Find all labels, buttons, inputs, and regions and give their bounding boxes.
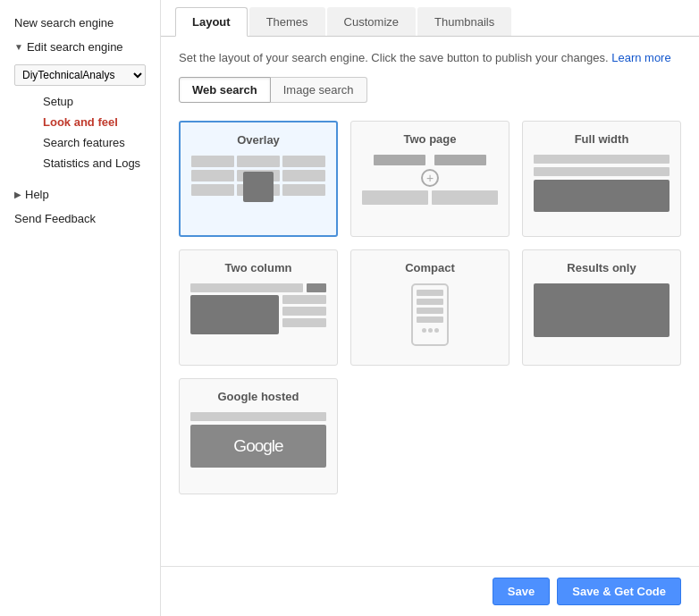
help-label: Help xyxy=(25,188,49,201)
layout-label-two-column: Two column xyxy=(225,261,292,274)
sidebar-edit-engine-header[interactable]: ▼ Edit search engine xyxy=(0,35,160,59)
layout-label-compact: Compact xyxy=(405,261,455,274)
tab-bar: Layout Themes Customize Thumbnails xyxy=(161,0,699,37)
layout-grid-row1: Overlay xyxy=(179,121,681,237)
learn-more-link[interactable]: Learn more xyxy=(611,51,670,64)
layout-label-two-page: Two page xyxy=(404,132,457,146)
tab-layout[interactable]: Layout xyxy=(175,7,248,37)
save-get-code-button[interactable]: Save & Get Code xyxy=(557,578,681,605)
sidebar-item-send-feedback[interactable]: Send Feedback xyxy=(0,207,160,231)
description-text: Set the layout of your search engine. Cl… xyxy=(179,51,681,64)
tab-themes[interactable]: Themes xyxy=(249,7,325,36)
layout-label-results-only: Results only xyxy=(567,261,636,274)
search-type-row: Web search Image search xyxy=(179,77,681,103)
tab-thumbnails[interactable]: Thumbnails xyxy=(417,7,511,36)
main-content: Layout Themes Customize Thumbnails Set t… xyxy=(161,0,699,616)
feedback-label: Send Feedback xyxy=(14,212,96,225)
sidebar-item-search-features[interactable]: Search features xyxy=(29,132,160,153)
compact-preview xyxy=(362,283,498,346)
googlehosted-preview: Google xyxy=(190,412,326,468)
footer: Save Save & Get Code xyxy=(161,566,699,616)
sidebar-sub-menu: Setup Look and feel Search features Stat… xyxy=(0,91,160,173)
layout-grid-row3: Google hosted Google xyxy=(179,378,681,494)
google-logo-text: Google xyxy=(233,436,282,456)
layout-label-full-width: Full width xyxy=(575,132,629,146)
chevron-right-icon: ▶ xyxy=(14,190,21,199)
sidebar-item-setup[interactable]: Setup xyxy=(29,91,160,112)
chevron-down-icon: ▼ xyxy=(14,42,23,52)
layout-grid-row2: Two column xyxy=(179,249,681,366)
engine-select[interactable]: DiyTechnicalAnalys xyxy=(14,64,146,86)
twopage-preview: + xyxy=(362,155,498,205)
layout-card-two-column[interactable]: Two column xyxy=(179,249,338,366)
sidebar-item-help[interactable]: ▶ Help xyxy=(0,182,160,207)
layout-card-two-page[interactable]: Two page + xyxy=(350,121,510,237)
sidebar-item-statistics-logs[interactable]: Statistics and Logs xyxy=(29,153,160,173)
overlay-preview xyxy=(191,156,325,218)
image-search-button[interactable]: Image search xyxy=(271,77,367,103)
layout-card-compact[interactable]: Compact xyxy=(350,249,510,366)
sidebar-item-new-engine[interactable]: New search engine xyxy=(0,11,160,35)
web-search-button[interactable]: Web search xyxy=(179,77,271,103)
layout-card-overlay[interactable]: Overlay xyxy=(179,121,338,237)
layout-card-full-width[interactable]: Full width xyxy=(522,121,681,237)
content-area: Set the layout of your search engine. Cl… xyxy=(161,37,699,566)
layout-label-google-hosted: Google hosted xyxy=(218,390,299,403)
results-preview xyxy=(534,283,670,337)
new-engine-label: New search engine xyxy=(14,16,114,30)
fullwidth-preview xyxy=(534,155,670,212)
engine-dropdown-wrapper[interactable]: DiyTechnicalAnalys xyxy=(14,64,146,86)
tab-customize[interactable]: Customize xyxy=(327,7,416,36)
sidebar: New search engine ▼ Edit search engine D… xyxy=(0,0,161,616)
layout-label-overlay: Overlay xyxy=(237,133,280,147)
twocol-preview xyxy=(190,283,326,334)
layout-card-results-only[interactable]: Results only xyxy=(522,249,681,366)
save-button[interactable]: Save xyxy=(493,578,550,605)
layout-card-google-hosted[interactable]: Google hosted Google xyxy=(179,378,338,494)
sidebar-item-look-and-feel[interactable]: Look and feel xyxy=(29,112,160,132)
edit-engine-label: Edit search engine xyxy=(27,40,123,54)
